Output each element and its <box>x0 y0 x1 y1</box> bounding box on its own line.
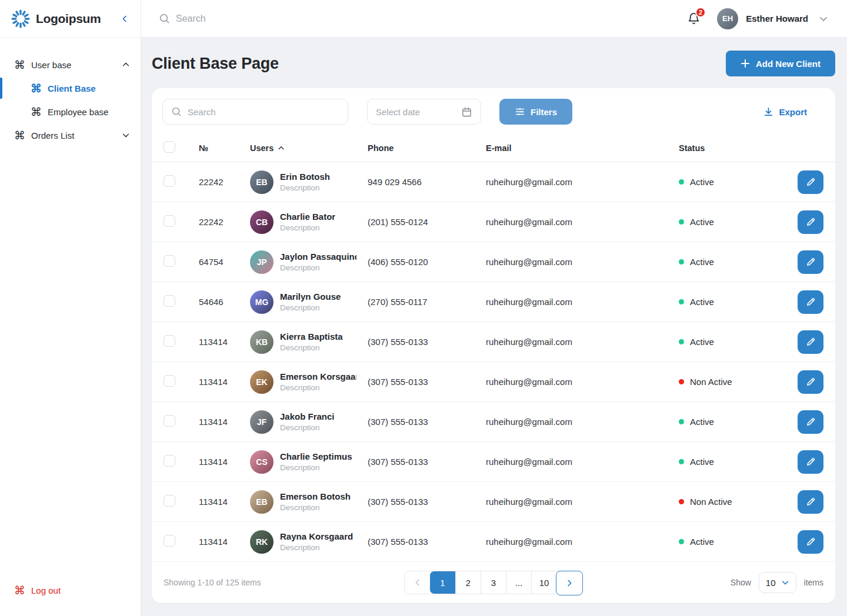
row-checkbox[interactable] <box>164 215 175 227</box>
header-users-sort[interactable]: Users <box>250 143 368 153</box>
pagination-page-10[interactable]: 10 <box>531 571 556 594</box>
sidebar: Logoipsum ⌘ User base ⌘ Client Base <box>0 0 141 616</box>
row-email: ruheihurg@gmail.com <box>486 297 679 307</box>
sidebar-nav: ⌘ User base ⌘ Client Base ⌘ Employee bas… <box>0 38 141 147</box>
status-label: Active <box>690 177 714 187</box>
edit-button[interactable] <box>798 210 823 234</box>
pagination-prev-button[interactable] <box>405 571 430 594</box>
avatar: JF <box>250 410 274 434</box>
row-checkbox[interactable] <box>164 495 175 507</box>
row-number: 113414 <box>199 537 250 547</box>
row-checkbox[interactable] <box>164 295 175 307</box>
row-email: ruheihurg@gmail.com <box>486 177 679 187</box>
page-size-value: 10 <box>766 578 776 588</box>
page-content: Client Base Page Add New Client <box>141 38 847 616</box>
edit-button[interactable] <box>798 450 823 474</box>
pencil-icon <box>806 417 816 427</box>
sidebar-item-employee-base[interactable]: ⌘ Employee base <box>0 100 141 123</box>
row-checkbox[interactable] <box>164 335 175 347</box>
table-row: 22242 CB Charlie Bator Description (201)… <box>152 202 835 242</box>
table-search-input[interactable] <box>188 107 339 117</box>
table-toolbar: Filters Export <box>152 88 835 134</box>
edit-button[interactable] <box>798 330 823 354</box>
table-row: 113414 JF Jakob Franci Description (307)… <box>152 402 835 442</box>
logo: Logoipsum <box>11 9 101 29</box>
pagination: 123...10 <box>404 571 583 594</box>
user-name: Emerson Korsgaard <box>280 371 356 381</box>
edit-button[interactable] <box>798 250 823 274</box>
logout-label: Log out <box>31 585 61 595</box>
date-input[interactable] <box>376 107 461 117</box>
row-email: ruheihurg@gmail.com <box>486 257 679 267</box>
row-number: 113414 <box>199 337 250 347</box>
filters-button[interactable]: Filters <box>499 99 572 125</box>
command-icon: ⌘ <box>31 106 42 118</box>
row-checkbox[interactable] <box>164 375 175 387</box>
page-size-select[interactable]: 10 <box>759 572 796 593</box>
add-new-client-button[interactable]: Add New Client <box>726 51 835 76</box>
edit-button[interactable] <box>798 370 823 394</box>
user-description: Description <box>280 463 352 472</box>
avatar: CB <box>250 210 274 234</box>
status-label: Active <box>690 337 714 347</box>
global-search-input[interactable] <box>176 14 406 24</box>
show-label: Show <box>731 578 751 587</box>
status-dot <box>679 339 684 344</box>
row-number: 113414 <box>199 417 250 427</box>
export-button[interactable]: Export <box>763 107 807 117</box>
pencil-icon <box>806 177 816 187</box>
row-number: 64754 <box>199 257 250 267</box>
table-footer: Showing 1-10 of 125 items 123...10 <box>152 562 835 603</box>
row-checkbox[interactable] <box>164 535 175 547</box>
sidebar-collapse-button[interactable] <box>118 12 131 25</box>
page-title: Client Base Page <box>152 55 279 73</box>
edit-button[interactable] <box>798 290 823 314</box>
user-description: Description <box>280 503 351 512</box>
pencil-icon <box>806 457 816 467</box>
edit-button[interactable] <box>798 410 823 434</box>
row-email: ruheihurg@gmail.com <box>486 457 679 467</box>
main-area: 2 EH Esther Howard Client Base Page <box>141 0 847 616</box>
select-all-checkbox[interactable] <box>164 141 175 153</box>
pagination-pages: 123...10 <box>430 571 556 594</box>
notifications-button[interactable]: 2 <box>687 12 701 25</box>
pagination-next-button[interactable] <box>556 571 583 595</box>
user-menu-button[interactable] <box>816 12 831 26</box>
pagination-page-1[interactable]: 1 <box>430 571 455 594</box>
edit-button[interactable] <box>798 530 823 554</box>
avatar: EB <box>250 490 274 514</box>
row-checkbox[interactable] <box>164 255 175 267</box>
calendar-icon <box>461 106 472 118</box>
pagination-page-2[interactable]: 2 <box>455 571 481 594</box>
avatar: EK <box>250 370 274 394</box>
app-root: Logoipsum ⌘ User base ⌘ Client Base <box>0 0 847 616</box>
row-phone: (307) 555-0133 <box>368 337 486 347</box>
chevron-up-icon <box>122 61 130 69</box>
date-picker[interactable] <box>367 99 481 125</box>
row-phone: (307) 555-0133 <box>368 537 486 547</box>
user-name: Emerson Botosh <box>280 491 351 501</box>
edit-button[interactable] <box>798 170 823 194</box>
edit-button[interactable] <box>798 490 823 514</box>
sidebar-item-orders-list[interactable]: ⌘ Orders List <box>0 123 141 147</box>
logout-button[interactable]: ⌘ Log out <box>0 578 141 602</box>
row-checkbox[interactable] <box>164 415 175 427</box>
sidebar-item-client-base[interactable]: ⌘ Client Base <box>0 76 141 100</box>
table-row: 113414 KB Kierra Baptista Description (3… <box>152 322 835 362</box>
pagination-ellipsis[interactable]: ... <box>506 571 531 594</box>
user-name: Marilyn Gouse <box>280 292 341 302</box>
row-checkbox[interactable] <box>164 175 175 187</box>
row-email: ruheihurg@gmail.com <box>486 537 679 547</box>
pencil-icon <box>806 217 816 227</box>
showing-text: Showing 1-10 of 125 items <box>164 578 261 587</box>
sidebar-item-user-base[interactable]: ⌘ User base <box>0 53 141 76</box>
pagination-page-3[interactable]: 3 <box>481 571 506 594</box>
header-phone: Phone <box>368 143 486 153</box>
table-row: 64754 JP Jaylon Passaquindi Description … <box>152 242 835 282</box>
row-email: ruheihurg@gmail.com <box>486 417 679 427</box>
header-email: E-mail <box>486 143 679 153</box>
user-avatar[interactable]: EH <box>717 8 738 29</box>
row-checkbox[interactable] <box>164 455 175 467</box>
pencil-icon <box>806 377 816 387</box>
pencil-icon <box>806 337 816 347</box>
